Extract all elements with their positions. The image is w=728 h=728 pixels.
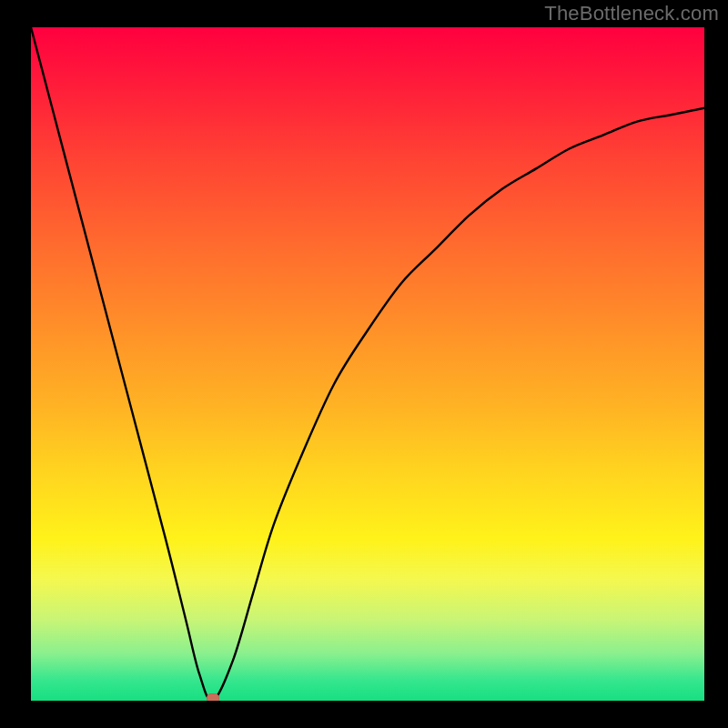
minimum-marker — [207, 693, 219, 701]
curve-svg — [31, 27, 704, 701]
watermark-text: TheBottleneck.com — [544, 2, 719, 25]
bottleneck-curve-path — [31, 27, 704, 701]
chart-frame: TheBottleneck.com — [0, 0, 728, 728]
plot-area — [31, 27, 704, 701]
